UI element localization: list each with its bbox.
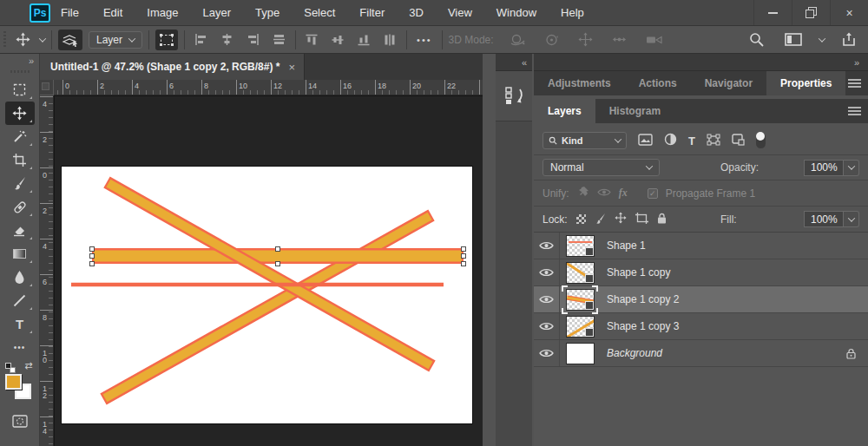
options-grip[interactable] xyxy=(3,31,6,49)
menu-type[interactable]: Type xyxy=(255,6,279,19)
lock-artboard-button[interactable] xyxy=(635,213,648,226)
menu-window[interactable]: Window xyxy=(496,6,536,19)
pasteboard[interactable] xyxy=(54,95,483,446)
dock-collapse-button[interactable]: « xyxy=(496,54,532,71)
layer-thumbnail[interactable] xyxy=(566,316,595,338)
restore-button[interactable] xyxy=(792,0,830,25)
shape-fill-Shape 1 copy 3[interactable] xyxy=(105,216,430,398)
fill-slider-button[interactable] xyxy=(844,211,859,227)
layer-visibility-toggle[interactable] xyxy=(534,313,560,339)
close-button[interactable]: × xyxy=(830,0,868,25)
3d-orbit-button[interactable] xyxy=(506,30,529,50)
3d-pan-button[interactable] xyxy=(575,30,596,50)
more-align-options-button[interactable]: ••• xyxy=(413,30,436,50)
canvas[interactable] xyxy=(62,167,472,423)
rectangular-marquee-tool[interactable] xyxy=(5,78,35,102)
tab-properties[interactable]: Properties xyxy=(766,71,845,95)
minimize-button[interactable] xyxy=(753,0,792,25)
transform-handle[interactable] xyxy=(462,254,466,259)
fill-value[interactable]: 100% xyxy=(804,211,844,227)
line-tool[interactable] xyxy=(5,289,35,312)
collapsed-panel-button[interactable] xyxy=(496,71,532,121)
opacity-value[interactable]: 100% xyxy=(804,160,844,176)
panel-collapse-button[interactable]: » xyxy=(534,54,868,71)
layer-row[interactable]: Shape 1 xyxy=(534,233,868,259)
transform-handle[interactable] xyxy=(462,262,466,266)
align-vertical-centers-button[interactable] xyxy=(328,30,349,49)
toolbar-grip[interactable] xyxy=(10,70,30,73)
panel-menu-button[interactable] xyxy=(848,71,868,95)
tab-adjustments[interactable]: Adjustments xyxy=(534,71,625,95)
layer-name[interactable]: Shape 1 xyxy=(607,239,646,252)
transform-handle[interactable] xyxy=(90,254,95,259)
layer-name[interactable]: Background xyxy=(607,347,662,359)
swap-colors-icon[interactable]: ⇄ xyxy=(24,360,32,371)
layer-name[interactable]: Shape 1 copy xyxy=(607,266,670,279)
align-bottom-edges-button[interactable] xyxy=(354,30,375,49)
transform-handle[interactable] xyxy=(90,262,95,266)
kind-filter-select[interactable]: Kind xyxy=(542,132,627,149)
3d-camera-button[interactable] xyxy=(642,30,666,50)
tab-actions[interactable]: Actions xyxy=(625,71,691,95)
align-right-edges-button[interactable] xyxy=(243,30,263,50)
layer-row[interactable]: Shape 1 copy 3 xyxy=(534,313,868,340)
unify-style-button[interactable]: fx xyxy=(619,187,628,200)
align-top-edges-button[interactable] xyxy=(302,30,323,49)
filter-pixel-layers-button[interactable] xyxy=(638,134,653,148)
layer-thumbnail[interactable] xyxy=(566,235,595,257)
layer-visibility-toggle[interactable] xyxy=(534,286,560,312)
toolbar-collapse-button[interactable]: » xyxy=(0,54,39,69)
fill-control[interactable]: 100% xyxy=(804,211,859,227)
lock-position-button[interactable] xyxy=(615,212,627,226)
document-tab[interactable]: Untitled-1 @ 47.2% (Shape 1 copy 2, RGB/… xyxy=(40,54,305,80)
healing-brush-tool[interactable] xyxy=(5,195,35,219)
blend-mode-select[interactable]: Normal xyxy=(542,159,660,176)
menu-view[interactable]: View xyxy=(448,6,472,19)
menu-image[interactable]: Image xyxy=(147,6,178,19)
distribute-horizontal-button[interactable] xyxy=(269,30,289,50)
align-left-edges-button[interactable] xyxy=(191,30,211,50)
opacity-control[interactable]: 100% xyxy=(804,160,859,176)
tool-preset-move-icon[interactable] xyxy=(12,30,34,50)
magic-wand-tool[interactable] xyxy=(5,125,35,148)
distribute-vertical-button[interactable] xyxy=(380,30,401,49)
edit-toolbar-button[interactable]: ••• xyxy=(5,336,35,359)
layer-row[interactable]: Shape 1 copy xyxy=(534,259,868,286)
lock-transparent-pixels-button[interactable] xyxy=(576,214,586,224)
lock-all-button[interactable] xyxy=(657,213,667,226)
foreground-color-swatch[interactable] xyxy=(5,374,22,390)
layer-thumbnail[interactable] xyxy=(566,262,595,284)
auto-select-button[interactable] xyxy=(58,30,82,50)
eraser-tool[interactable] xyxy=(5,219,35,242)
filter-smart-objects-button[interactable] xyxy=(732,134,745,148)
filtering-toggle[interactable] xyxy=(756,133,766,148)
menu-3d[interactable]: 3D xyxy=(409,6,424,19)
ruler-origin[interactable] xyxy=(40,80,54,95)
default-colors-icon[interactable] xyxy=(5,363,16,373)
unify-visibility-button[interactable] xyxy=(597,187,611,200)
menu-edit[interactable]: Edit xyxy=(103,6,122,19)
menu-select[interactable]: Select xyxy=(304,6,335,19)
menu-help[interactable]: Help xyxy=(561,6,584,19)
transform-handle[interactable] xyxy=(90,247,95,252)
layer-thumbnail[interactable] xyxy=(566,343,595,364)
propagate-checkbox[interactable]: ✓ xyxy=(648,188,658,199)
layer-visibility-toggle[interactable] xyxy=(534,340,560,366)
gradient-tool[interactable] xyxy=(5,242,35,266)
layer-target-select[interactable]: Layer xyxy=(89,31,142,49)
search-button[interactable] xyxy=(746,30,767,50)
align-horizontal-centers-button[interactable] xyxy=(217,30,237,50)
share-button[interactable] xyxy=(838,30,859,50)
layer-name[interactable]: Shape 1 copy 2 xyxy=(607,293,679,305)
quick-mask-button[interactable] xyxy=(5,410,35,433)
layer-name[interactable]: Shape 1 copy 3 xyxy=(607,320,679,332)
move-tool[interactable] xyxy=(5,102,35,125)
filter-shape-layers-button[interactable] xyxy=(707,134,720,148)
vertical-ruler[interactable]: 4 2 0 2 4 6 8 10 12 14 xyxy=(40,95,54,446)
opacity-slider-button[interactable] xyxy=(844,160,859,176)
3d-slide-button[interactable] xyxy=(608,30,630,50)
horizontal-ruler[interactable]: 0 2 4 6 8 10 12 14 16 18 20 22 xyxy=(54,80,483,95)
show-transform-controls-button[interactable] xyxy=(155,30,178,50)
lock-image-pixels-button[interactable] xyxy=(595,213,606,226)
unify-position-button[interactable] xyxy=(577,186,589,200)
